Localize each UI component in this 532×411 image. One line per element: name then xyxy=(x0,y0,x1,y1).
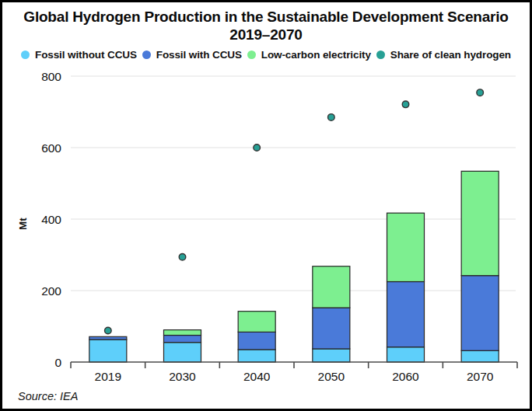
bar-segment xyxy=(164,336,201,343)
bar-segment xyxy=(461,276,499,351)
x-axis-tick-label: 2060 xyxy=(392,370,419,383)
bar-segment xyxy=(238,350,275,362)
x-axis-tick-label: 2050 xyxy=(318,370,345,383)
share-of-clean-hydrogen-dot xyxy=(254,145,261,152)
bar-segment xyxy=(164,330,201,336)
legend-item-low-carbon-electricity: Low-carbon electricity xyxy=(247,49,371,61)
chart-figure-frame: Global Hydrogen Production in the Sustai… xyxy=(0,0,532,411)
bar-segment xyxy=(89,336,127,340)
x-axis-tick-label: 2019 xyxy=(95,370,121,383)
share-of-clean-hydrogen-dot xyxy=(477,89,484,96)
x-axis-tick-label: 2040 xyxy=(243,370,271,383)
chart-subtitle-years: 2019–2070 xyxy=(2,26,530,44)
bar-segment xyxy=(461,350,499,362)
legend-label: Share of clean hydrogen xyxy=(390,49,511,61)
x-axis-tick-label: 2070 xyxy=(467,370,494,383)
bar-segment xyxy=(313,349,350,362)
y-axis-tick-label: 200 xyxy=(41,284,61,298)
bar-segment xyxy=(461,171,499,275)
legend: Fossil without CCUS Fossil with CCUS Low… xyxy=(2,49,530,61)
share-of-clean-hydrogen-dot xyxy=(328,114,335,121)
chart-plot-area: 0200400600800Mt201920302040205020602070 xyxy=(2,68,532,383)
legend-item-fossil-without-ccus: Fossil without CCUS xyxy=(21,49,137,61)
legend-label: Fossil without CCUS xyxy=(35,49,137,61)
legend-marker-circle-icon xyxy=(376,51,385,59)
legend-marker-circle-icon xyxy=(21,51,30,59)
bar-segment xyxy=(387,347,425,362)
share-of-clean-hydrogen-dot xyxy=(179,253,186,260)
share-of-clean-hydrogen-dot xyxy=(105,327,112,334)
legend-item-fossil-with-ccus: Fossil with CCUS xyxy=(142,49,242,61)
y-axis-tick-label: 800 xyxy=(41,70,61,83)
chart-title-block: Global Hydrogen Production in the Sustai… xyxy=(2,8,530,44)
bar-segment xyxy=(387,213,425,281)
bar-segment xyxy=(238,312,275,333)
x-axis-tick-label: 2030 xyxy=(169,370,196,383)
y-axis-tick-label: 400 xyxy=(41,213,61,226)
chart-svg: 0200400600800Mt201920302040205020602070 xyxy=(2,68,532,383)
y-axis-tick-label: 600 xyxy=(41,141,61,155)
legend-label: Low-carbon electricity xyxy=(261,49,371,61)
bar-segment xyxy=(89,340,127,362)
bar-segment xyxy=(313,266,350,308)
legend-label: Fossil with CCUS xyxy=(156,49,242,61)
legend-item-share-of-clean-hydrogen: Share of clean hydrogen xyxy=(376,49,511,61)
legend-marker-circle-icon xyxy=(142,51,151,59)
chart-title: Global Hydrogen Production in the Sustai… xyxy=(2,8,530,26)
source-attribution: Source: IEA xyxy=(18,390,78,402)
bar-segment xyxy=(313,308,350,349)
bar-segment xyxy=(164,343,201,362)
share-of-clean-hydrogen-dot xyxy=(402,101,409,108)
bar-segment xyxy=(387,282,425,347)
legend-marker-circle-icon xyxy=(247,51,256,59)
bar-segment xyxy=(238,332,275,350)
y-axis-title: Mt xyxy=(17,218,29,230)
y-axis-tick-label: 0 xyxy=(54,356,61,369)
